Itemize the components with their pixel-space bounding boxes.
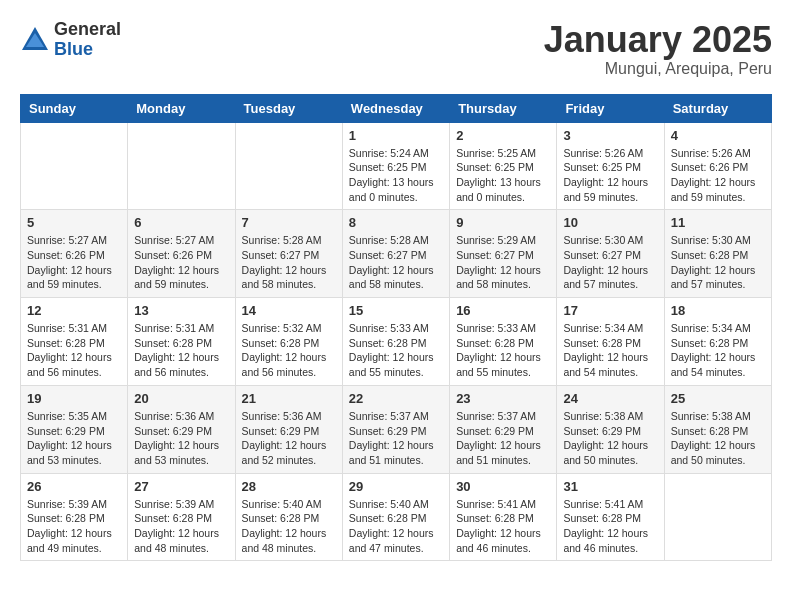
day-info: Sunrise: 5:30 AM Sunset: 6:28 PM Dayligh…: [671, 233, 765, 292]
week-row-4: 19Sunrise: 5:35 AM Sunset: 6:29 PM Dayli…: [21, 385, 772, 473]
day-info: Sunrise: 5:41 AM Sunset: 6:28 PM Dayligh…: [456, 497, 550, 556]
day-info: Sunrise: 5:32 AM Sunset: 6:28 PM Dayligh…: [242, 321, 336, 380]
calendar-cell: 30Sunrise: 5:41 AM Sunset: 6:28 PM Dayli…: [450, 473, 557, 561]
logo: General Blue: [20, 20, 121, 60]
weekday-header-wednesday: Wednesday: [342, 94, 449, 122]
day-info: Sunrise: 5:25 AM Sunset: 6:25 PM Dayligh…: [456, 146, 550, 205]
day-number: 2: [456, 128, 550, 143]
day-number: 23: [456, 391, 550, 406]
weekday-header-saturday: Saturday: [664, 94, 771, 122]
weekday-header-sunday: Sunday: [21, 94, 128, 122]
day-info: Sunrise: 5:37 AM Sunset: 6:29 PM Dayligh…: [456, 409, 550, 468]
logo-general: General: [54, 20, 121, 40]
calendar-cell: 29Sunrise: 5:40 AM Sunset: 6:28 PM Dayli…: [342, 473, 449, 561]
calendar-cell: 23Sunrise: 5:37 AM Sunset: 6:29 PM Dayli…: [450, 385, 557, 473]
logo-blue: Blue: [54, 40, 121, 60]
calendar-cell: 26Sunrise: 5:39 AM Sunset: 6:28 PM Dayli…: [21, 473, 128, 561]
day-info: Sunrise: 5:26 AM Sunset: 6:26 PM Dayligh…: [671, 146, 765, 205]
day-number: 22: [349, 391, 443, 406]
day-info: Sunrise: 5:36 AM Sunset: 6:29 PM Dayligh…: [134, 409, 228, 468]
calendar-cell: 6Sunrise: 5:27 AM Sunset: 6:26 PM Daylig…: [128, 210, 235, 298]
day-number: 27: [134, 479, 228, 494]
calendar-cell: [664, 473, 771, 561]
week-row-5: 26Sunrise: 5:39 AM Sunset: 6:28 PM Dayli…: [21, 473, 772, 561]
day-info: Sunrise: 5:28 AM Sunset: 6:27 PM Dayligh…: [349, 233, 443, 292]
day-number: 29: [349, 479, 443, 494]
calendar-cell: 27Sunrise: 5:39 AM Sunset: 6:28 PM Dayli…: [128, 473, 235, 561]
calendar-cell: 17Sunrise: 5:34 AM Sunset: 6:28 PM Dayli…: [557, 298, 664, 386]
day-info: Sunrise: 5:27 AM Sunset: 6:26 PM Dayligh…: [27, 233, 121, 292]
week-row-2: 5Sunrise: 5:27 AM Sunset: 6:26 PM Daylig…: [21, 210, 772, 298]
calendar-cell: 21Sunrise: 5:36 AM Sunset: 6:29 PM Dayli…: [235, 385, 342, 473]
day-info: Sunrise: 5:34 AM Sunset: 6:28 PM Dayligh…: [563, 321, 657, 380]
day-number: 12: [27, 303, 121, 318]
calendar-cell: 8Sunrise: 5:28 AM Sunset: 6:27 PM Daylig…: [342, 210, 449, 298]
day-number: 30: [456, 479, 550, 494]
day-number: 11: [671, 215, 765, 230]
day-number: 5: [27, 215, 121, 230]
day-info: Sunrise: 5:40 AM Sunset: 6:28 PM Dayligh…: [242, 497, 336, 556]
calendar-cell: 7Sunrise: 5:28 AM Sunset: 6:27 PM Daylig…: [235, 210, 342, 298]
day-info: Sunrise: 5:28 AM Sunset: 6:27 PM Dayligh…: [242, 233, 336, 292]
day-info: Sunrise: 5:33 AM Sunset: 6:28 PM Dayligh…: [456, 321, 550, 380]
calendar-cell: 24Sunrise: 5:38 AM Sunset: 6:29 PM Dayli…: [557, 385, 664, 473]
weekday-header-friday: Friday: [557, 94, 664, 122]
day-info: Sunrise: 5:35 AM Sunset: 6:29 PM Dayligh…: [27, 409, 121, 468]
day-info: Sunrise: 5:30 AM Sunset: 6:27 PM Dayligh…: [563, 233, 657, 292]
day-info: Sunrise: 5:37 AM Sunset: 6:29 PM Dayligh…: [349, 409, 443, 468]
day-number: 31: [563, 479, 657, 494]
calendar-cell: 12Sunrise: 5:31 AM Sunset: 6:28 PM Dayli…: [21, 298, 128, 386]
calendar-cell: 15Sunrise: 5:33 AM Sunset: 6:28 PM Dayli…: [342, 298, 449, 386]
calendar-cell: 19Sunrise: 5:35 AM Sunset: 6:29 PM Dayli…: [21, 385, 128, 473]
month-title: January 2025: [544, 20, 772, 60]
day-number: 18: [671, 303, 765, 318]
weekday-header-monday: Monday: [128, 94, 235, 122]
calendar-cell: 10Sunrise: 5:30 AM Sunset: 6:27 PM Dayli…: [557, 210, 664, 298]
calendar: SundayMondayTuesdayWednesdayThursdayFrid…: [20, 94, 772, 562]
day-number: 6: [134, 215, 228, 230]
weekday-header-row: SundayMondayTuesdayWednesdayThursdayFrid…: [21, 94, 772, 122]
day-info: Sunrise: 5:38 AM Sunset: 6:28 PM Dayligh…: [671, 409, 765, 468]
day-info: Sunrise: 5:39 AM Sunset: 6:28 PM Dayligh…: [27, 497, 121, 556]
day-number: 25: [671, 391, 765, 406]
logo-text: General Blue: [54, 20, 121, 60]
location: Mungui, Arequipa, Peru: [544, 60, 772, 78]
day-info: Sunrise: 5:36 AM Sunset: 6:29 PM Dayligh…: [242, 409, 336, 468]
calendar-cell: [21, 122, 128, 210]
day-number: 8: [349, 215, 443, 230]
day-info: Sunrise: 5:40 AM Sunset: 6:28 PM Dayligh…: [349, 497, 443, 556]
day-info: Sunrise: 5:26 AM Sunset: 6:25 PM Dayligh…: [563, 146, 657, 205]
day-number: 20: [134, 391, 228, 406]
day-number: 7: [242, 215, 336, 230]
day-info: Sunrise: 5:29 AM Sunset: 6:27 PM Dayligh…: [456, 233, 550, 292]
weekday-header-thursday: Thursday: [450, 94, 557, 122]
day-number: 3: [563, 128, 657, 143]
day-number: 10: [563, 215, 657, 230]
calendar-cell: 1Sunrise: 5:24 AM Sunset: 6:25 PM Daylig…: [342, 122, 449, 210]
day-info: Sunrise: 5:38 AM Sunset: 6:29 PM Dayligh…: [563, 409, 657, 468]
day-number: 24: [563, 391, 657, 406]
day-number: 17: [563, 303, 657, 318]
day-info: Sunrise: 5:27 AM Sunset: 6:26 PM Dayligh…: [134, 233, 228, 292]
day-number: 13: [134, 303, 228, 318]
calendar-cell: 22Sunrise: 5:37 AM Sunset: 6:29 PM Dayli…: [342, 385, 449, 473]
calendar-cell: 20Sunrise: 5:36 AM Sunset: 6:29 PM Dayli…: [128, 385, 235, 473]
calendar-cell: 14Sunrise: 5:32 AM Sunset: 6:28 PM Dayli…: [235, 298, 342, 386]
day-number: 4: [671, 128, 765, 143]
day-info: Sunrise: 5:41 AM Sunset: 6:28 PM Dayligh…: [563, 497, 657, 556]
weekday-header-tuesday: Tuesday: [235, 94, 342, 122]
week-row-3: 12Sunrise: 5:31 AM Sunset: 6:28 PM Dayli…: [21, 298, 772, 386]
day-number: 19: [27, 391, 121, 406]
calendar-cell: [128, 122, 235, 210]
day-number: 15: [349, 303, 443, 318]
calendar-cell: 31Sunrise: 5:41 AM Sunset: 6:28 PM Dayli…: [557, 473, 664, 561]
day-info: Sunrise: 5:24 AM Sunset: 6:25 PM Dayligh…: [349, 146, 443, 205]
calendar-cell: 2Sunrise: 5:25 AM Sunset: 6:25 PM Daylig…: [450, 122, 557, 210]
calendar-cell: [235, 122, 342, 210]
day-info: Sunrise: 5:39 AM Sunset: 6:28 PM Dayligh…: [134, 497, 228, 556]
calendar-cell: 5Sunrise: 5:27 AM Sunset: 6:26 PM Daylig…: [21, 210, 128, 298]
calendar-cell: 11Sunrise: 5:30 AM Sunset: 6:28 PM Dayli…: [664, 210, 771, 298]
title-area: January 2025 Mungui, Arequipa, Peru: [544, 20, 772, 78]
calendar-cell: 9Sunrise: 5:29 AM Sunset: 6:27 PM Daylig…: [450, 210, 557, 298]
week-row-1: 1Sunrise: 5:24 AM Sunset: 6:25 PM Daylig…: [21, 122, 772, 210]
